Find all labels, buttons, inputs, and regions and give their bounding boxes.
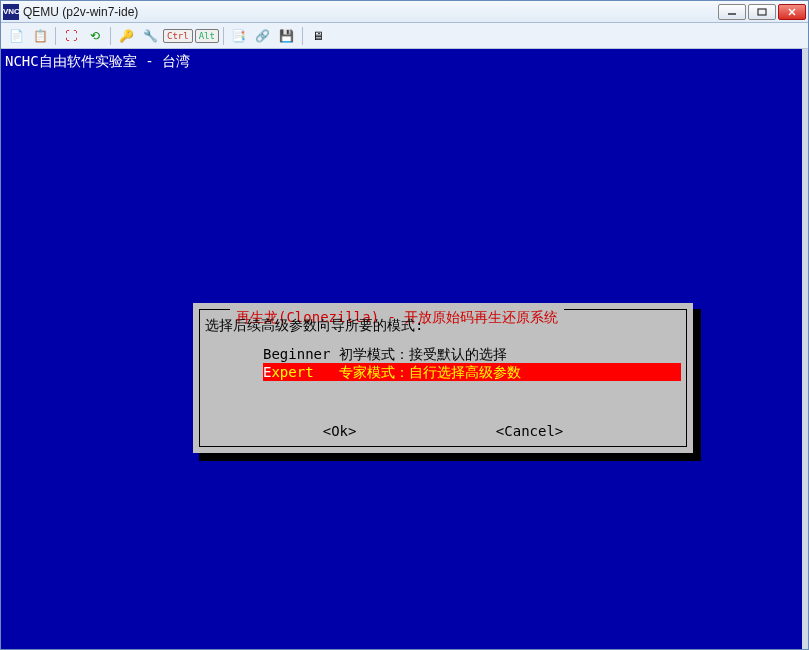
clonezilla-dialog: 再生龙(Clonezilla) - 开放原始码再生还原系统 选择后续高级参数向导… <box>193 303 693 453</box>
display-icon: 🖥 <box>312 29 324 43</box>
toolbar-divider <box>302 27 303 45</box>
toolbar-key-button[interactable]: 🔑 <box>115 26 137 46</box>
vm-console[interactable]: NCHC自由软件实验室 - 台湾 再生龙(Clonezilla) - 开放原始码… <box>1 49 808 649</box>
ok-button[interactable]: <Ok> <box>323 423 357 439</box>
copy-icon: 📑 <box>231 29 246 43</box>
window-buttons <box>718 4 806 20</box>
toolbar-display-button[interactable]: 🖥 <box>307 26 329 46</box>
link-icon: 🔗 <box>255 29 270 43</box>
toolbar-link-button[interactable]: 🔗 <box>252 26 274 46</box>
dialog-prompt: 选择后续高级参数向导所要的模式: <box>205 317 681 335</box>
fullscreen-icon: ⛶ <box>65 29 77 43</box>
window-title: QEMU (p2v-win7-ide) <box>23 5 718 19</box>
mode-options: Beginner 初学模式：接受默认的选择Expert 专家模式：自行选择高级参… <box>263 345 681 381</box>
toolbar-options-button[interactable]: 📋 <box>29 26 51 46</box>
save-icon: 💾 <box>279 29 294 43</box>
cancel-button[interactable]: <Cancel> <box>496 423 563 439</box>
clipboard-icon: 📋 <box>33 29 48 43</box>
minimize-button[interactable] <box>718 4 746 20</box>
close-button[interactable] <box>778 4 806 20</box>
scrollbar-vertical[interactable] <box>802 49 808 649</box>
toolbar-divider <box>55 27 56 45</box>
qemu-window: VNC QEMU (p2v-win7-ide) 📄 📋 ⛶ ⟲ 🔑 🔧 Ctrl… <box>0 0 809 650</box>
toolbar-copy-button[interactable]: 📑 <box>228 26 250 46</box>
toolbar: 📄 📋 ⛶ ⟲ 🔑 🔧 Ctrl Alt 📑 🔗 💾 🖥 <box>1 23 808 49</box>
maximize-icon <box>757 8 767 16</box>
alt-key-button[interactable]: Alt <box>195 29 219 43</box>
mode-option-beginner[interactable]: Beginner 初学模式：接受默认的选择 <box>263 345 681 363</box>
svg-rect-1 <box>758 9 766 15</box>
refresh-icon: ⟲ <box>90 29 100 43</box>
ctrl-key-button[interactable]: Ctrl <box>163 29 193 43</box>
console-header-text: NCHC自由软件实验室 - 台湾 <box>5 53 190 71</box>
dialog-buttons: <Ok> <Cancel> <box>193 423 693 439</box>
titlebar[interactable]: VNC QEMU (p2v-win7-ide) <box>1 1 808 23</box>
toolbar-divider <box>110 27 111 45</box>
dialog-body: 选择后续高级参数向导所要的模式: Beginner 初学模式：接受默认的选择Ex… <box>205 317 681 381</box>
toolbar-divider <box>223 27 224 45</box>
maximize-button[interactable] <box>748 4 776 20</box>
toolbar-cad-button[interactable]: 🔧 <box>139 26 161 46</box>
close-icon <box>787 8 797 16</box>
file-icon: 📄 <box>9 29 24 43</box>
toolbar-new-button[interactable]: 📄 <box>5 26 27 46</box>
toolbar-refresh-button[interactable]: ⟲ <box>84 26 106 46</box>
toolbar-fullscreen-button[interactable]: ⛶ <box>60 26 82 46</box>
toolbar-save-button[interactable]: 💾 <box>276 26 298 46</box>
wrench-icon: 🔧 <box>143 29 158 43</box>
key-icon: 🔑 <box>119 29 134 43</box>
app-icon: VNC <box>3 4 19 20</box>
mode-option-expert[interactable]: Expert 专家模式：自行选择高级参数 <box>263 363 681 381</box>
minimize-icon <box>727 8 737 16</box>
